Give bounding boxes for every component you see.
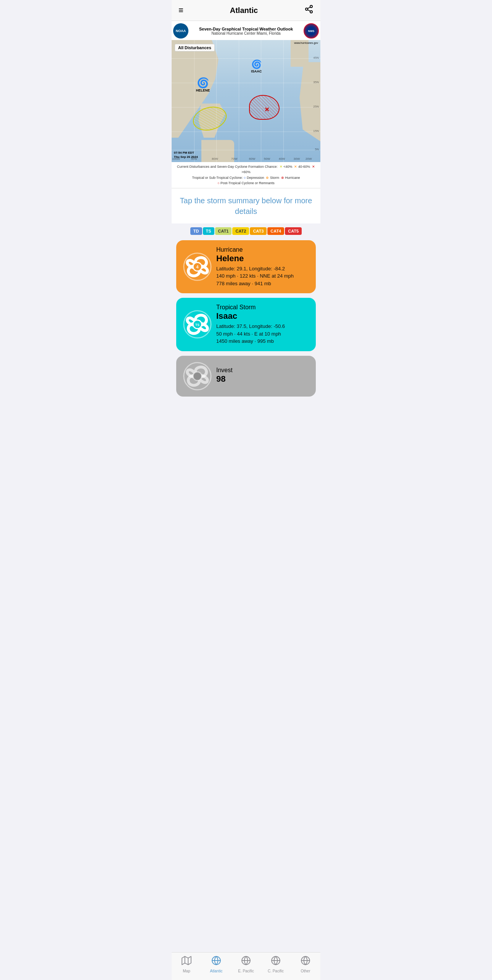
noaa-logo: NOAA — [173, 23, 188, 39]
lat-label-15n: 15N — [313, 129, 319, 133]
storm-card-isaac[interactable]: TS Tropical Storm Isaac Latitude: 37.5, … — [176, 298, 316, 351]
isaac-type: Tropical Storm — [216, 304, 309, 311]
invest98-info: Invest 98 — [216, 367, 309, 386]
x-marker-disturbance: ✕ — [264, 106, 269, 113]
all-disturbances-badge[interactable]: All Disturbances — [175, 44, 215, 51]
helene-icon: 4 — [183, 252, 212, 281]
isaac-name: Isaac — [216, 311, 309, 321]
helene-wind: 140 mph · 122 kts · NNE at 24 mph — [216, 273, 294, 279]
cat-td: TD — [190, 227, 202, 235]
lon-label-70w: 70W — [231, 157, 237, 161]
cat-3: CAT3 — [250, 227, 267, 235]
share-button[interactable] — [304, 5, 314, 16]
lon-label-30w: 30W — [294, 157, 300, 161]
grid-line-v1 — [194, 40, 195, 162]
isaac-coords: Latitude: 37.5, Longitude: -50.6 — [216, 323, 285, 329]
map-subtitle: National Hurricane Center Miami, Florida — [188, 31, 304, 35]
menu-button[interactable]: ≡ — [178, 5, 183, 15]
map-title: Seven-Day Graphical Tropical Weather Out… — [188, 27, 304, 31]
isaac-icon: TS — [183, 310, 212, 339]
svg-text:4: 4 — [196, 265, 199, 269]
grid-line-v2 — [216, 40, 217, 162]
invest98-name: 98 — [216, 374, 309, 384]
svg-line-3 — [308, 10, 310, 11]
grid-line-v3 — [239, 40, 239, 162]
storm-card-helene[interactable]: 4 Hurricane Helene Latitude: 29.1, Longi… — [176, 240, 316, 294]
bottom-spacer — [172, 401, 320, 432]
invest98-type: Invest — [216, 367, 309, 374]
helene-type: Hurricane — [216, 246, 309, 253]
cat-2: CAT2 — [232, 227, 249, 235]
cat-1: CAT1 — [215, 227, 232, 235]
invest98-icon — [183, 362, 212, 390]
legend-line1: Current Disturbances and Seven-Day Cyclo… — [175, 164, 317, 175]
lon-label-80w: 80W — [212, 157, 218, 161]
helene-marker[interactable]: 🌀 HELENE — [196, 78, 210, 92]
isaac-details: Latitude: 37.5, Longitude: -50.6 50 mph … — [216, 323, 309, 345]
tap-instruction: Tap the storm summary below for more det… — [172, 188, 320, 223]
cat-4: CAT4 — [267, 227, 284, 235]
nws-logo: NWS — [304, 23, 319, 39]
helene-name: Helene — [216, 254, 309, 263]
map-timestamp: 07:54 PM EDT Thu Sep 26 2024 — [174, 151, 198, 159]
svg-text:TS: TS — [195, 323, 199, 327]
app-header: ≡ Atlantic — [172, 0, 320, 21]
map-url: www.hurricanes.gov — [294, 42, 318, 44]
map-image[interactable]: 45N 35N 25N 15N 5N 100W 90W 80W 70W 60W … — [172, 40, 320, 162]
category-bar: TD TS CAT1 CAT2 CAT3 CAT4 CAT5 — [172, 223, 320, 240]
lat-label-5n: 5N — [315, 148, 319, 151]
map-header-text: Seven-Day Graphical Tropical Weather Out… — [188, 27, 304, 35]
helene-info: Hurricane Helene Latitude: 29.1, Longitu… — [216, 246, 309, 288]
page-title: Atlantic — [230, 6, 258, 15]
map-legend: Current Disturbances and Seven-Day Cyclo… — [172, 162, 320, 188]
cat-ts: TS — [203, 227, 214, 235]
legend-line3: ○ Post-Tropical Cyclone or Remnants — [175, 180, 317, 186]
storm-cards: 4 Hurricane Helene Latitude: 29.1, Longi… — [172, 240, 320, 401]
lat-label-45n: 45N — [313, 56, 319, 59]
lon-label-60w: 60W — [249, 157, 255, 161]
isaac-wind: 50 mph · 44 kts · E at 10 mph — [216, 331, 281, 337]
isaac-info: Tropical Storm Isaac Latitude: 37.5, Lon… — [216, 304, 309, 345]
lon-label-20w: 20W — [305, 157, 312, 161]
helene-label: HELENE — [196, 88, 210, 92]
helene-details: Latitude: 29.1, Longitude: -84.2 140 mph… — [216, 265, 309, 288]
isaac-label: ISAAC — [251, 69, 262, 73]
storm-card-invest98[interactable]: Invest 98 — [176, 356, 316, 397]
svg-line-4 — [308, 7, 310, 9]
legend-line2: Tropical or Sub-Tropical Cyclone: ○ Depr… — [175, 175, 317, 180]
lat-label-25n: 25N — [313, 105, 319, 108]
svg-point-12 — [193, 372, 202, 381]
lon-label-50w: 50W — [264, 157, 270, 161]
cat-5: CAT5 — [285, 227, 302, 235]
isaac-dist: 1450 miles away · 995 mb — [216, 338, 274, 344]
map-header: NOAA Seven-Day Graphical Tropical Weathe… — [172, 21, 320, 40]
lon-label-40w: 40W — [279, 157, 285, 161]
map-container[interactable]: 45N 35N 25N 15N 5N 100W 90W 80W 70W 60W … — [172, 40, 320, 188]
helene-coords: Latitude: 29.1, Longitude: -84.2 — [216, 266, 285, 272]
grid-line-v5 — [283, 40, 284, 162]
lat-label-35n: 35N — [313, 80, 319, 84]
helene-dist: 778 miles away · 941 mb — [216, 281, 271, 286]
isaac-marker[interactable]: 🌀 ISAAC — [251, 60, 262, 73]
